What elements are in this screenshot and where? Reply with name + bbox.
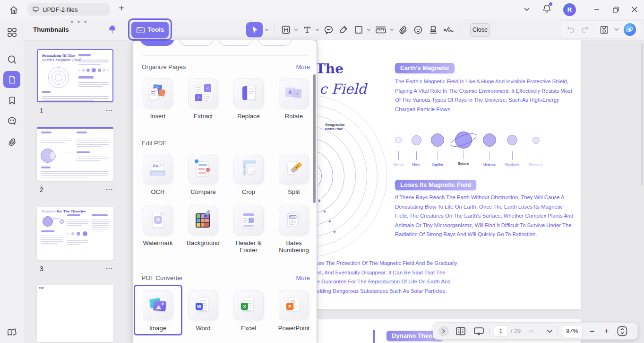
tool-header-footer[interactable]: Header & Footer [228, 205, 269, 254]
thumbnail-page-1[interactable]: Formation Of The Earth's Magnetic Field [37, 49, 113, 102]
pdf-page-1[interactable]: The c Field Geographic North Pole Earth'… [318, 40, 581, 309]
tool-convert-powerpoint[interactable]: P PowerPoint [273, 290, 315, 332]
tool-bates-numbering[interactable]: 000123 Bates Numbering [273, 205, 315, 254]
document-scrollbar[interactable] [641, 44, 643, 185]
stamp-tool-button[interactable] [427, 23, 439, 37]
presentation-button[interactable] [473, 326, 485, 336]
select-tool-chevron[interactable] [265, 28, 269, 31]
tool-convert-word[interactable]: W Word [182, 290, 224, 332]
header-footer-icon [239, 211, 258, 229]
zoom-level-input[interactable]: 97% [562, 325, 583, 337]
app-grid-button[interactable] [3, 24, 20, 41]
page-menu-button[interactable]: ··· [105, 186, 113, 193]
tools-tab-4[interactable] [258, 40, 292, 46]
organize-more-link[interactable]: More [296, 63, 310, 70]
tools-panel-scrollbar[interactable] [313, 74, 316, 203]
save-options-chevron[interactable] [614, 28, 619, 31]
minimize-button[interactable] [587, 0, 606, 19]
bates-numbering-icon: 000123 [284, 211, 303, 229]
select-tool-button[interactable] [246, 22, 263, 37]
document-tab[interactable]: UPDF-2-files [27, 3, 110, 16]
notifications-button[interactable] [542, 3, 552, 16]
close-toolbar-button[interactable]: Close [470, 23, 490, 37]
page-number-input[interactable]: 1 [494, 325, 508, 337]
panel-resize-handle[interactable]: • • • [71, 18, 88, 25]
attachments-panel-button[interactable] [3, 133, 20, 150]
heading-tool-button[interactable] [280, 23, 292, 37]
updf-window: UPDF-2-files + R • • • Thumbnails Tools [0, 0, 644, 343]
close-window-button[interactable] [625, 0, 644, 19]
tool-convert-excel[interactable]: X Excel [228, 290, 269, 332]
previous-page-button[interactable] [528, 329, 534, 333]
comments-panel-button[interactable] [3, 113, 20, 130]
planet-mercury: Mercury [525, 132, 546, 167]
reader-icon [6, 327, 17, 338]
tools-tab-1[interactable] [140, 40, 174, 46]
home-button[interactable] [8, 4, 20, 16]
bookmarks-panel-button[interactable] [3, 92, 20, 109]
main-toolbar: • • • Thumbnails Tools [0, 19, 644, 41]
tool-insert[interactable]: Insert [137, 78, 179, 120]
page-view-button[interactable] [455, 326, 466, 336]
section2-text: If These Rays Reach The Earth Without Ob… [395, 193, 573, 239]
tool-watermark[interactable]: ✿ Watermark [137, 205, 179, 254]
undo-button[interactable] [566, 26, 575, 34]
notification-dot [549, 2, 552, 6]
thumbnails-panel-button[interactable] [3, 71, 20, 88]
search-panel-button[interactable] [3, 51, 20, 68]
fit-page-button[interactable] [617, 325, 628, 337]
ocr-icon: Aa [148, 159, 167, 178]
tool-split[interactable]: Split [273, 154, 315, 195]
attach-tool-button[interactable] [397, 23, 409, 37]
page-menu-button[interactable]: ··· [105, 107, 113, 114]
highlighter-tool-button[interactable] [337, 23, 350, 37]
expand-statusbar-button[interactable] [438, 326, 449, 336]
powerpoint-convert-icon: P [284, 296, 303, 315]
signature-tool-button[interactable] [442, 23, 456, 37]
tools-tab-3[interactable] [218, 40, 253, 46]
page-total-label: / 29 [511, 328, 521, 334]
tools-button[interactable]: Tools [131, 22, 169, 38]
thumbnail-page-3[interactable]: Evidence For The Theories [37, 207, 113, 260]
comment-tool-button[interactable] [322, 23, 335, 37]
zoom-in-button[interactable]: + [604, 329, 609, 334]
tool-background[interactable]: Background [182, 205, 224, 254]
text-tool-chevron[interactable] [315, 28, 319, 31]
tool-crop[interactable]: Crop [228, 154, 269, 195]
avatar[interactable]: R [563, 3, 576, 16]
insert-pages-icon [148, 84, 167, 103]
redo-button[interactable] [580, 26, 590, 34]
tool-extract[interactable]: ✓ ✓ Extract [182, 78, 224, 120]
converter-more-link[interactable]: More [296, 274, 310, 281]
page-menu-button[interactable]: ··· [105, 265, 113, 273]
thumbnail-page-2[interactable] [37, 127, 113, 181]
pin-panel-button[interactable] [108, 25, 117, 36]
replace-pages-icon [239, 84, 258, 103]
page2-accent-bar [373, 330, 375, 343]
ai-assistant-button[interactable] [624, 23, 636, 36]
measure-tool-button[interactable] [374, 23, 388, 37]
new-tab-button[interactable]: + [116, 3, 127, 14]
chevron-down-icon[interactable] [524, 8, 530, 11]
tool-compare[interactable]: ✕ Compare [182, 154, 224, 195]
save-button[interactable] [599, 25, 610, 35]
background-icon [194, 211, 213, 229]
zoom-out-button[interactable]: − [590, 329, 595, 334]
page-number: 1 [40, 107, 43, 114]
restore-button[interactable] [606, 0, 625, 19]
tool-replace[interactable]: Replace [228, 78, 269, 120]
shape-tool-chevron[interactable] [367, 28, 371, 31]
tool-ocr[interactable]: Aa OCR [137, 154, 179, 195]
text-tool-button[interactable] [301, 23, 313, 37]
panel-title: Thumbnails [33, 26, 69, 33]
excel-convert-icon: X [239, 296, 258, 315]
tool-rotate[interactable]: A › Rotate [273, 78, 315, 120]
reader-mode-button[interactable] [3, 324, 20, 341]
measure-tool-chevron[interactable] [390, 28, 394, 31]
sticker-tool-button[interactable] [412, 23, 424, 37]
tools-tab-2[interactable] [179, 40, 214, 46]
shape-tool-button[interactable] [352, 23, 365, 37]
thumbnail-page-4[interactable]: true [37, 285, 113, 342]
next-page-button[interactable] [547, 329, 553, 333]
heading-tool-chevron[interactable] [294, 28, 298, 31]
